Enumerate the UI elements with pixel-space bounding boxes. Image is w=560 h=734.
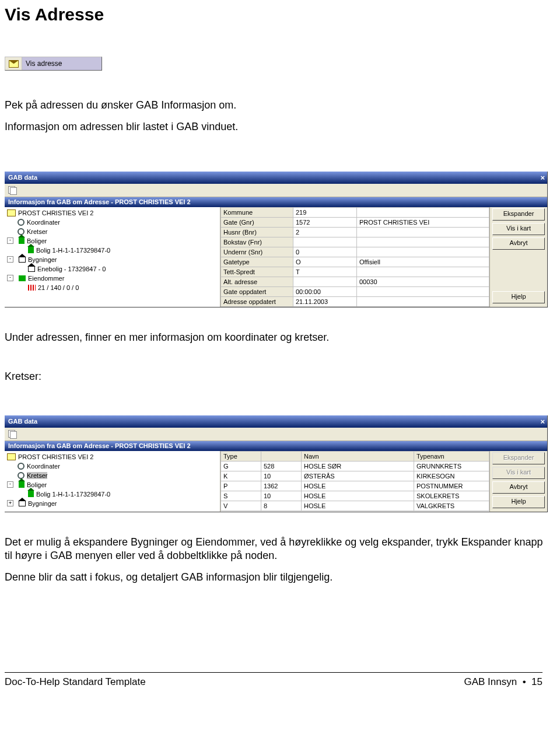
tree-item[interactable]: Boliger bbox=[27, 481, 47, 488]
grid-value bbox=[357, 267, 489, 277]
grid-value: 21.11.2003 bbox=[293, 296, 357, 306]
tree-root[interactable]: PROST CHRISTIES VEI 2 bbox=[18, 209, 93, 216]
grid-value: 0 bbox=[293, 247, 357, 257]
tree-root[interactable]: PROST CHRISTIES VEI 2 bbox=[18, 453, 93, 460]
grid-value: 219 bbox=[293, 207, 357, 217]
copy-icon[interactable] bbox=[8, 186, 17, 194]
collapse-icon[interactable]: - bbox=[7, 237, 13, 244]
cell: HOSLE bbox=[302, 491, 414, 501]
grid-value: 00030 bbox=[357, 277, 489, 286]
grid-label: Undernr (Snr) bbox=[221, 247, 293, 257]
ekspander-button[interactable]: Ekspander bbox=[492, 208, 545, 221]
building-icon bbox=[19, 481, 24, 488]
tree-item[interactable]: Koordinater bbox=[27, 463, 60, 470]
grid-label: Alt. adresse bbox=[221, 277, 293, 286]
window-toolbar bbox=[5, 184, 547, 197]
grid-value bbox=[357, 227, 489, 237]
tree-item[interactable]: Bygninger bbox=[28, 256, 57, 263]
close-icon[interactable]: × bbox=[540, 173, 545, 182]
building-icon bbox=[19, 237, 24, 244]
envelope-icon bbox=[7, 453, 16, 460]
grid-value bbox=[357, 296, 489, 306]
col-navn: Navn bbox=[302, 451, 414, 461]
vis-i-kart-button[interactable]: Vis i kart bbox=[492, 223, 545, 235]
collapse-icon[interactable]: - bbox=[7, 481, 13, 488]
grid-value: T bbox=[293, 267, 357, 277]
tree-item-selected[interactable]: Kretser bbox=[27, 472, 47, 479]
cell: ØSTERÅS bbox=[302, 471, 414, 481]
grid-value: Offisiell bbox=[357, 257, 489, 267]
tree-item[interactable]: Kretser bbox=[27, 228, 47, 235]
tree-item[interactable]: 21 / 140 / 0 / 0 bbox=[38, 284, 79, 291]
property-icon bbox=[19, 275, 26, 281]
cell: VALGKRETS bbox=[414, 501, 489, 511]
col-type: Type bbox=[221, 451, 261, 461]
grid-value: PROST CHRISTIES VEI bbox=[357, 217, 489, 227]
tree-panel[interactable]: PROST CHRISTIES VEI 2 Koordinater Kretse… bbox=[5, 207, 220, 307]
cell: KIRKESOGN bbox=[414, 471, 489, 481]
cell: 1362 bbox=[261, 481, 302, 491]
circle-icon bbox=[18, 228, 24, 235]
grid-label: Husnr (Bnr) bbox=[221, 227, 293, 237]
grid-label: Bokstav (Fnr) bbox=[221, 237, 293, 247]
page-footer: Doc-To-Help Standard Template GAB Innsyn… bbox=[5, 672, 542, 688]
tree-item[interactable]: Eiendommer bbox=[28, 275, 64, 282]
grid-value bbox=[293, 277, 357, 286]
hjelp-button[interactable]: Hjelp bbox=[492, 291, 545, 303]
grid-value bbox=[293, 237, 357, 247]
hjelp-button[interactable]: Hjelp bbox=[492, 496, 545, 508]
grid-value: 2 bbox=[293, 227, 357, 237]
expand-icon[interactable]: + bbox=[7, 500, 13, 506]
kretser-grid: TypeNavnTypenavnG528HOSLE SØRGRUNNKRETSK… bbox=[220, 451, 490, 512]
collapse-icon[interactable]: - bbox=[7, 275, 13, 281]
grid-value: O bbox=[293, 257, 357, 267]
window-title: GAB data bbox=[8, 174, 37, 181]
tree-item[interactable]: Boliger bbox=[27, 237, 47, 244]
grid-label: Gatetype bbox=[221, 257, 293, 267]
close-icon[interactable]: × bbox=[540, 417, 545, 426]
button-panel: Ekspander Vis i kart Avbryt Hjelp bbox=[490, 207, 547, 307]
circle-icon bbox=[18, 219, 24, 226]
cell: 10 bbox=[261, 491, 302, 501]
grid-value bbox=[357, 247, 489, 257]
building-icon bbox=[28, 247, 34, 253]
cell: HOSLE bbox=[302, 481, 414, 491]
house-icon bbox=[19, 257, 26, 263]
circle-icon bbox=[18, 472, 24, 479]
tree-item[interactable]: Enebolig - 17329847 - 0 bbox=[37, 265, 106, 272]
grid-label: Gate oppdatert bbox=[221, 286, 293, 296]
envelope-icon bbox=[5, 57, 22, 70]
circle-icon bbox=[18, 463, 24, 470]
ekspander-button: Ekspander bbox=[492, 452, 545, 464]
vis-adresse-toolbar-button[interactable]: Vis adresse bbox=[5, 57, 102, 71]
collapse-icon[interactable]: - bbox=[7, 256, 13, 263]
redbars-icon bbox=[28, 285, 36, 291]
tree-item[interactable]: Bolig 1-H-1-1-17329847-0 bbox=[36, 247, 110, 254]
cell: S bbox=[221, 491, 261, 501]
vis-i-kart-button: Vis i kart bbox=[492, 467, 545, 479]
grid-value bbox=[357, 237, 489, 247]
mid-text: Under adressen, finner en mer informasjo… bbox=[5, 331, 550, 344]
cell: V bbox=[221, 501, 261, 511]
tree-item[interactable]: Bolig 1-H-1-1-17329847-0 bbox=[36, 491, 110, 498]
end-text-2: Denne blir da satt i fokus, og detaljert… bbox=[5, 571, 550, 584]
intro-line-2: Informasjon om adressen blir lastet i GA… bbox=[5, 120, 550, 134]
cell: 10 bbox=[261, 471, 302, 481]
window-title: GAB data bbox=[8, 418, 37, 425]
tree-item[interactable]: Koordinater bbox=[27, 219, 60, 226]
footer-left: Doc-To-Help Standard Template bbox=[5, 676, 146, 688]
grid-label: Gate (Gnr) bbox=[221, 217, 293, 227]
end-text-1: Det er mulig å ekspandere Bygninger og E… bbox=[5, 536, 550, 563]
grid-value: 00:00:00 bbox=[293, 286, 357, 296]
copy-icon[interactable] bbox=[8, 430, 17, 438]
cell: K bbox=[221, 471, 261, 481]
avbryt-button[interactable]: Avbryt bbox=[492, 481, 545, 494]
cell: 8 bbox=[261, 501, 302, 511]
avbryt-button[interactable]: Avbryt bbox=[492, 237, 545, 250]
window-subtitle: Informasjon fra GAB om Adresse - PROST C… bbox=[5, 441, 547, 451]
envelope-icon bbox=[7, 209, 16, 216]
cell: HOSLE SØR bbox=[302, 461, 414, 471]
tree-item[interactable]: Bygninger bbox=[28, 500, 57, 507]
intro-line-1: Pek på adressen du ønsker GAB Informasjo… bbox=[5, 99, 550, 112]
tree-panel[interactable]: PROST CHRISTIES VEI 2 Koordinater Kretse… bbox=[5, 451, 220, 512]
